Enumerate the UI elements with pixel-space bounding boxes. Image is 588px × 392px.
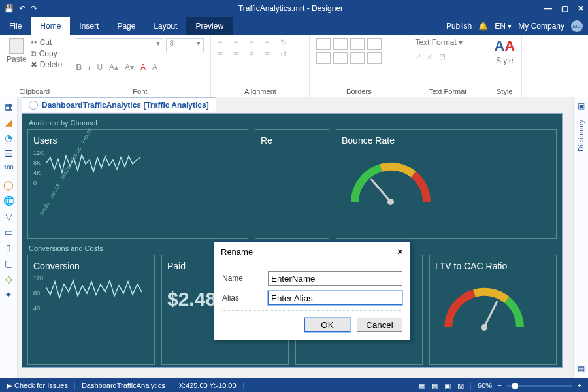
- group-label-font: Font: [76, 88, 204, 95]
- tool-globe-icon[interactable]: 🌐: [3, 195, 14, 206]
- maximize-icon[interactable]: ▢: [561, 4, 568, 13]
- text-format-button[interactable]: Text Format ▾: [415, 38, 463, 47]
- alias-label: Alias: [222, 293, 268, 302]
- zoom-out-button[interactable]: −: [497, 382, 501, 389]
- tab-file[interactable]: File: [0, 17, 31, 35]
- trim-icon[interactable]: ⊟: [439, 52, 446, 61]
- properties-icon[interactable]: ▣: [578, 101, 585, 110]
- tool-number-icon[interactable]: 100: [3, 164, 14, 174]
- view-icon-4[interactable]: ▧: [457, 382, 464, 390]
- minimize-icon[interactable]: —: [544, 4, 552, 13]
- status-doc: DashboardTrafficAnalytics: [75, 382, 172, 389]
- tab-preview[interactable]: Preview: [186, 17, 233, 35]
- copy-button[interactable]: ⧉Copy: [31, 49, 63, 58]
- close-icon[interactable]: ✕: [578, 4, 584, 13]
- group-label-borders: Borders: [316, 88, 401, 95]
- delete-icon: ✖: [31, 60, 37, 69]
- window-title: TrafficAnalytics.mrt - Designer: [37, 4, 544, 13]
- tool-ring-icon[interactable]: ◯: [3, 180, 14, 190]
- tool-table-icon[interactable]: ▦: [3, 101, 14, 112]
- paste-button[interactable]: Paste: [7, 38, 27, 64]
- name-input[interactable]: [268, 271, 402, 286]
- cut-button[interactable]: ✂Cut: [31, 38, 63, 47]
- font-size-select[interactable]: 8: [166, 38, 204, 52]
- side-panel: ▣ Dictionary ▤: [573, 97, 588, 378]
- font-family-select[interactable]: [76, 38, 163, 52]
- canvas-area: DashboardTrafficAnalytics [Traffic Analy…: [18, 97, 573, 378]
- company-selector[interactable]: My Company: [518, 22, 564, 31]
- tool-gauge-icon[interactable]: ◔: [3, 133, 14, 143]
- underline-button[interactable]: U: [97, 63, 103, 72]
- view-icon-1[interactable]: ▦: [418, 382, 425, 390]
- status-bar: ▶ Check for Issues DashboardTrafficAnaly…: [0, 378, 588, 392]
- font-color-button[interactable]: A: [140, 63, 146, 72]
- undo-icon[interactable]: ↶: [19, 4, 25, 13]
- status-coords: X:425.00 Y:-10.00: [172, 382, 244, 389]
- tool-chart-icon[interactable]: ◢: [3, 117, 14, 127]
- avatar[interactable]: MC: [571, 20, 583, 32]
- group-label-style: Style: [494, 88, 515, 95]
- group-label-alignment: Alignment: [218, 88, 302, 95]
- dialog-title: Rename: [221, 247, 253, 257]
- tab-page[interactable]: Page: [108, 17, 144, 35]
- copy-icon: ⧉: [31, 49, 37, 58]
- tool-image-icon[interactable]: ▭: [3, 227, 14, 237]
- clear-format-button[interactable]: A: [152, 63, 157, 72]
- name-label: Name: [222, 274, 268, 283]
- alignment-grid[interactable]: ≡≡≡≡↻ ≡≡≡≡↺: [218, 38, 293, 59]
- ok-button[interactable]: OK: [304, 318, 350, 332]
- save-icon[interactable]: 💾: [4, 4, 14, 13]
- title-bar: 💾 ↶ ↷ TrafficAnalytics.mrt - Designer — …: [0, 0, 588, 17]
- tool-page-icon[interactable]: ▯: [3, 242, 14, 253]
- tab-home[interactable]: Home: [31, 17, 70, 35]
- bold-button[interactable]: B: [76, 63, 82, 72]
- dialog-overlay: Rename✕ Name Alias OK Cancel: [18, 97, 573, 378]
- check-issues-button[interactable]: ▶ Check for Issues: [0, 382, 75, 390]
- bell-icon[interactable]: 🔔: [478, 22, 488, 31]
- group-label-textformat: Text Format: [415, 88, 480, 95]
- dialog-close-icon[interactable]: ✕: [397, 247, 404, 257]
- cancel-button[interactable]: Cancel: [357, 318, 402, 332]
- tool-shapes-icon[interactable]: ◇: [3, 274, 14, 284]
- publish-button[interactable]: Publish: [446, 22, 472, 31]
- panel-toggle-icon[interactable]: ▤: [578, 364, 585, 373]
- delete-button[interactable]: ✖Delete: [31, 60, 63, 69]
- view-icon-2[interactable]: ▤: [431, 382, 438, 390]
- alias-input[interactable]: [268, 291, 402, 305]
- tool-filter-icon[interactable]: ▽: [3, 211, 14, 221]
- toolbox: ▦ ◢ ◔ ☰ 100 ◯ 🌐 ▽ ▭ ▯ ▢ ◇ ✦: [0, 97, 18, 378]
- tool-text-icon[interactable]: ▢: [3, 258, 14, 269]
- zoom-slider[interactable]: [507, 385, 572, 387]
- angle-icon[interactable]: ∠: [427, 52, 434, 61]
- style-button[interactable]: AAStyle: [494, 38, 515, 65]
- redo-icon[interactable]: ↷: [31, 4, 37, 13]
- grow-font-button[interactable]: A▴: [109, 63, 118, 72]
- wordwrap-icon[interactable]: ⤶: [415, 52, 421, 61]
- tab-insert[interactable]: Insert: [70, 17, 108, 35]
- italic-button[interactable]: I: [88, 63, 90, 72]
- language-selector[interactable]: EN ▾: [495, 22, 512, 31]
- tab-layout[interactable]: Layout: [144, 17, 186, 35]
- rename-dialog: Rename✕ Name Alias OK Cancel: [214, 241, 411, 340]
- dictionary-tab[interactable]: Dictionary: [577, 120, 585, 152]
- tool-star-icon[interactable]: ✦: [3, 289, 14, 300]
- menu-bar: File Home Insert Page Layout Preview Pub…: [0, 17, 588, 35]
- scissors-icon: ✂: [31, 38, 37, 47]
- shrink-font-button[interactable]: A▾: [125, 63, 134, 72]
- borders-grid[interactable]: [316, 38, 382, 64]
- zoom-value: 60%: [478, 382, 492, 389]
- zoom-in-button[interactable]: +: [578, 382, 581, 389]
- tool-form-icon[interactable]: ☰: [3, 148, 14, 159]
- view-icon-3[interactable]: ▣: [444, 382, 451, 390]
- ribbon: Paste ✂Cut ⧉Copy ✖Delete Clipboard 8 B I…: [0, 35, 588, 97]
- group-label-clipboard: Clipboard: [7, 88, 62, 95]
